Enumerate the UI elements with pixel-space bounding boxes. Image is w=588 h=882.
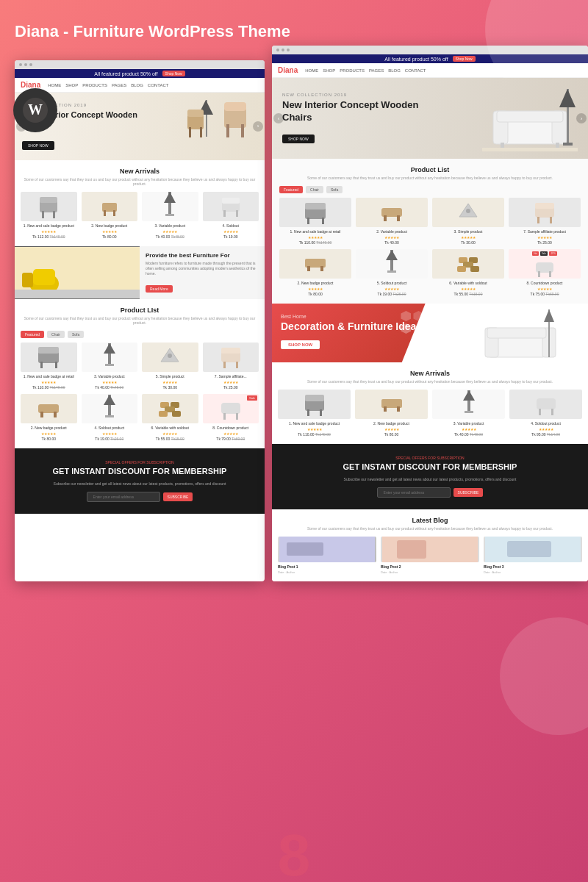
product-name: 1. New and sale badge at retail	[21, 374, 77, 379]
browsers-container: All featured product 50% off Shop Now Di…	[15, 60, 573, 581]
nav-items-right[interactable]: HOME SHOP PRODUCTS PAGES BLOG CONTACT	[305, 68, 426, 73]
svg-marker-36	[104, 343, 115, 354]
new-arrivals-grid-left: 1. New and sale badge product ★★★★★ Tk 1…	[21, 192, 259, 239]
hero-btn-left[interactable]: SHOP NOW	[22, 141, 54, 150]
svg-point-39	[168, 354, 172, 358]
hero-arrow-right-right[interactable]: ›	[576, 113, 587, 123]
read-more-btn[interactable]: Read More	[146, 285, 173, 293]
nav-home-right[interactable]: HOME	[305, 68, 318, 73]
filter-tab-featured[interactable]: Featured	[21, 331, 44, 338]
product-item[interactable]: 2. New badge product ★★★★★ Tk 80.00	[82, 192, 138, 239]
product-price: Tk 112.00 Tk149.00	[21, 234, 77, 239]
nav-shop-right[interactable]: SHOP	[323, 68, 335, 73]
svg-rect-66	[563, 143, 573, 146]
discount-section-left: Special Offers for Subscription GET INST…	[15, 448, 265, 514]
discount-badge-right: Special Offers for Subscription	[278, 456, 582, 460]
subscribe-btn-left[interactable]: SUBSCRIBE	[163, 492, 193, 501]
shop-now-button-left[interactable]: Shop Now	[162, 71, 185, 76]
email-input-right[interactable]	[377, 487, 451, 498]
filter-tab-sofa[interactable]: Sofa	[68, 331, 84, 338]
product-name: 5. Soldout product	[356, 281, 428, 285]
notif-text-right: All featured product 50% off	[384, 57, 448, 62]
hero-furniture-img-right	[482, 85, 578, 151]
shop-now-button-right[interactable]: Shop Now	[453, 56, 476, 62]
product-item[interactable]: 7. Sample affiliate product ★★★★★ Tk 25.…	[509, 198, 581, 245]
product-name: 2. New badge product	[355, 421, 428, 426]
product-item[interactable]: 3. Variable product ★★★★★ Tk 40.00 Tk48.…	[142, 192, 198, 239]
filter-tabs-left: Featured Chair Sofa	[21, 331, 259, 338]
nav-pages-right[interactable]: PAGES	[369, 68, 384, 73]
hero-title-right: New Interior Concept Wooden Chairs	[282, 99, 445, 124]
blog-item-image	[278, 537, 376, 562]
nav-contact-right[interactable]: CONTACT	[405, 68, 426, 73]
nav-products[interactable]: PRODUCTS	[82, 83, 107, 87]
svg-rect-82	[307, 266, 310, 271]
hero-btn-right[interactable]: SHOP NOW	[282, 135, 315, 143]
email-input-left[interactable]	[87, 492, 160, 502]
subscribe-btn-right[interactable]: SUBSCRIBE	[453, 488, 484, 497]
product-item[interactable]: 1. New and sale badge at retail ★★★★★ Tk…	[279, 198, 351, 245]
filter-tab-featured-right[interactable]: Featured	[279, 186, 303, 193]
blog-item[interactable]: Blog Post 3 Date · Author	[484, 537, 582, 574]
product-image	[509, 198, 581, 227]
product-list-section-right: Product List Some of our customers say t…	[272, 159, 588, 304]
home-deco-btn[interactable]: SHOP NOW	[281, 340, 320, 349]
product-item[interactable]: 5. Simple product ★★★★★ Tk 30.00	[142, 343, 198, 390]
product-stars: ★★★★★	[432, 427, 505, 431]
filter-tab-chair[interactable]: Chair	[47, 331, 65, 338]
product-list-section-left: Product LIst Some of our customers say t…	[15, 299, 265, 448]
blog-item[interactable]: Blog Post 2 Date · Author	[381, 537, 479, 574]
nav-blog-right[interactable]: BLOG	[388, 68, 401, 73]
new-arrivals-section-right: New Arrivals Some of our customers say t…	[272, 362, 588, 444]
product-item[interactable]: 2. New badge product ★★★★★ Tk 80.00	[279, 249, 351, 296]
nav-contact[interactable]: CONTACT	[148, 83, 169, 87]
product-item[interactable]: 3. Variable product ★★★★★ Tk 40.00 Tk48.…	[432, 390, 505, 437]
svg-rect-25	[222, 198, 240, 204]
product-price: Tk 95.00 Tk14.00	[509, 432, 582, 437]
site-logo-right: Diana	[278, 66, 298, 74]
filter-tab-sofa-right[interactable]: Sofa	[326, 186, 343, 193]
new-arrivals-grid-right: 1. New and sale badge product ★★★★★ Tk 1…	[278, 390, 582, 437]
product-item[interactable]: 3. Simple product ★★★★★ Tk 30.00	[432, 198, 504, 245]
svg-point-76	[466, 209, 470, 213]
product-item[interactable]: 1. New and sale badge product ★★★★★ Tk 1…	[278, 390, 351, 437]
product-price: Tk 110.00 Tk149.00	[21, 385, 77, 390]
new-arrivals-title-left: New Arrivals	[21, 168, 259, 175]
hero-arrow-right-left[interactable]: ›	[253, 121, 263, 132]
product-item[interactable]: 2. New badge product ★★★★★ Tk 80.00	[355, 390, 428, 437]
product-item[interactable]: 5. Soldout product ★★★★★ Tk 19.00 Tk26.0…	[356, 249, 428, 296]
hero-arrow-left-right[interactable]: ‹	[273, 113, 284, 123]
nav-blog[interactable]: BLOG	[131, 83, 143, 87]
product-item[interactable]: 2. Variable product ★★★★★ Tk 40.00	[356, 198, 428, 245]
nav-shop[interactable]: SHOP	[65, 83, 78, 87]
product-stars: ★★★★★	[21, 431, 77, 436]
product-item[interactable]: 4. Soldout product ★★★★★ Tk 95.00 Tk14.0…	[509, 390, 582, 437]
filter-tab-chair-right[interactable]: Chair	[306, 186, 323, 193]
product-item[interactable]: Hot Sale -20% 8. Countdown product ★★★★★…	[509, 249, 581, 296]
blog-item[interactable]: Blog Post 1 Date · Author	[278, 537, 376, 574]
svg-rect-113	[551, 409, 553, 415]
hero-right: ‹ NEW COLLECTION 2019 New Interior Conce…	[272, 78, 588, 159]
product-item[interactable]: 6. Variable with soldout ★★★★★ Tk 55.00 …	[142, 394, 198, 441]
product-image	[509, 390, 582, 419]
svg-rect-37	[105, 364, 114, 366]
product-item[interactable]: Sale 8. Countdown product ★★★★★ Tk 79.00…	[203, 394, 259, 441]
nav-products-right[interactable]: PRODUCTS	[340, 68, 365, 73]
product-item[interactable]: 2. New badge product ★★★★★ Tk 80.00	[21, 394, 77, 441]
product-item[interactable]: 3. Variable product ★★★★★ Tk 40.00 Tk48.…	[82, 343, 138, 390]
nav-home[interactable]: HOME	[48, 83, 61, 87]
browser-dot	[287, 49, 290, 51]
product-item[interactable]: 1. New and sale badge product ★★★★★ Tk 1…	[21, 192, 77, 239]
blog-item-image	[484, 537, 582, 562]
nav-items-left[interactable]: HOME SHOP PRODUCTS PAGES BLOG CONTACT	[48, 83, 168, 87]
product-item[interactable]: 4. Soldout ★★★★★ Tk 19.00	[203, 192, 259, 239]
nav-pages[interactable]: PAGES	[112, 83, 126, 87]
product-item[interactable]: 7. Sample affiliate... ★★★★★ Tk 25.00	[203, 343, 259, 390]
product-item[interactable]: 4. Soldout product ★★★★★ Tk 19.00 Tk26.0…	[82, 394, 138, 441]
svg-rect-92	[536, 262, 553, 273]
svg-rect-70	[322, 218, 324, 224]
svg-rect-23	[223, 210, 226, 217]
product-item[interactable]: 1. New and sale badge at retail ★★★★★ Tk…	[21, 343, 77, 390]
product-item[interactable]: 6. Variable with soldout ★★★★★ Tk 55.00 …	[432, 249, 504, 296]
deco-circle-bottom	[500, 617, 588, 735]
